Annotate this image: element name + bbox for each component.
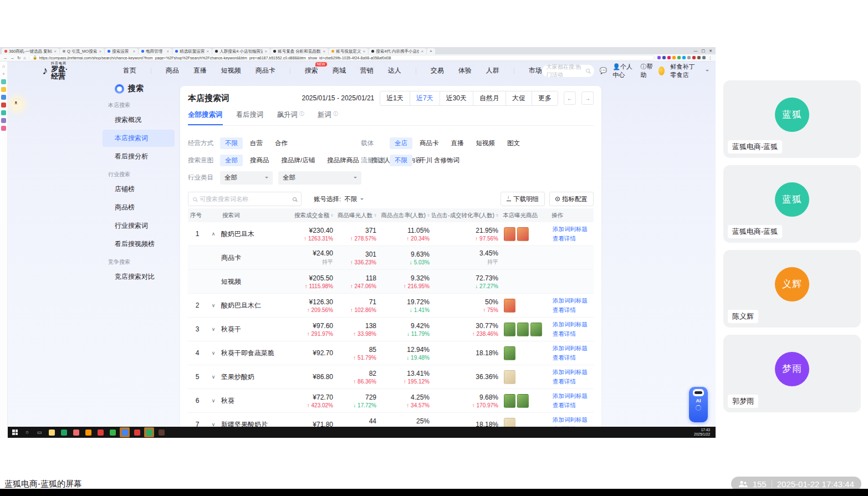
view-detail-link[interactable]: 查看详情 (553, 306, 594, 314)
category-select[interactable]: 全部 (220, 171, 273, 185)
taskbar-button-wechat[interactable] (144, 427, 154, 437)
tab-close-icon[interactable]: ✕ (166, 49, 169, 53)
taskbar-button-notes[interactable] (108, 427, 118, 437)
product-thumbnail[interactable] (517, 323, 529, 336)
nav-item-商品[interactable]: 商品 (166, 66, 179, 75)
expand-toggle[interactable]: ∨ (207, 398, 220, 403)
extension-icon[interactable] (702, 56, 706, 59)
sort-icon[interactable] (496, 213, 498, 218)
sidebar-item[interactable]: 本店搜索词 (103, 130, 175, 147)
sidebar-item[interactable]: 搜索概况 (103, 111, 175, 129)
filter-chip[interactable]: 全店 (390, 137, 412, 149)
filter-chip[interactable]: 搜品牌商品 (322, 155, 364, 166)
filter-chip[interactable]: 不限 (390, 155, 412, 166)
taskbar-button-app-red[interactable] (71, 427, 81, 437)
column-header[interactable]: 搜索成交金额 (282, 212, 335, 219)
product-thumbnail[interactable] (517, 227, 529, 241)
shop-avatar[interactable] (658, 67, 665, 75)
filter-chip[interactable]: 全部 (220, 155, 243, 166)
sidebar-item[interactable]: 商品榜 (103, 199, 175, 216)
sort-icon[interactable] (374, 213, 376, 218)
taskbar-button-start[interactable] (10, 427, 20, 437)
add-word-to-title-link[interactable]: 添加词到标题 (553, 392, 594, 400)
product-thumbnail[interactable] (504, 299, 515, 313)
browser-tab[interactable]: 电商管理✕ (139, 48, 172, 54)
filter-chip[interactable]: 图文 (502, 137, 525, 149)
sidebar-app-icon[interactable] (1, 79, 6, 84)
tab-close-icon[interactable]: ✕ (264, 49, 267, 53)
expand-toggle[interactable]: ∨ (207, 350, 220, 356)
participant-tile[interactable]: 蓝狐 蓝狐电商-蓝狐 (723, 80, 861, 158)
tab-close-icon[interactable]: ✕ (323, 49, 325, 53)
tab-close-icon[interactable]: ✕ (421, 49, 423, 53)
filter-chip[interactable]: 合作 (270, 137, 293, 149)
browser-tab[interactable]: 搜索运营✕ (105, 48, 138, 54)
tab-close-icon[interactable]: ✕ (54, 49, 57, 53)
taskbar-button-explorer[interactable] (47, 427, 57, 437)
nav-item-首页[interactable]: 首页 (123, 66, 136, 75)
participant-tile[interactable]: 梦雨 郭梦雨 (723, 335, 861, 412)
panel-tab[interactable]: 飙升词ⓘ (277, 110, 305, 125)
sidebar-item[interactable]: 店铺榜 (103, 181, 175, 198)
taskbar-button-taskview[interactable]: ▭ (34, 427, 44, 437)
view-detail-link[interactable]: 查看详情 (553, 235, 594, 243)
extension-icon[interactable] (667, 56, 671, 59)
sidebar-item[interactable]: 行业搜索词 (103, 217, 175, 234)
home-small-icon[interactable]: ⌂ (2, 64, 5, 69)
window-control[interactable]: ▢ (702, 49, 706, 53)
sidebar-app-icon[interactable] (1, 95, 6, 100)
expand-toggle[interactable]: ∨ (207, 326, 220, 332)
account-select[interactable]: 账号选择: 不限 (314, 195, 364, 203)
url-bar[interactable]: 🔒 https://compass.jinritemai.com/shop/se… (29, 55, 655, 60)
user-center-link[interactable]: 👤个人中心 (612, 63, 635, 79)
browser-tab[interactable]: 账号投放定义✕ (329, 48, 368, 54)
tab-close-icon[interactable]: ✕ (206, 49, 209, 53)
refresh-icon[interactable] (696, 405, 701, 411)
panel-tab[interactable]: 全部搜索词 (188, 110, 223, 125)
taskbar-button-wps[interactable] (95, 427, 105, 437)
taskbar-button-search[interactable]: ○ (22, 427, 32, 437)
range-button-自然月[interactable]: 自然月 (473, 91, 506, 105)
nav-item-达人[interactable]: 达人 (388, 66, 401, 75)
taskbar-button-app-dark[interactable] (156, 427, 166, 437)
extension-icon[interactable] (662, 56, 666, 59)
filter-chip[interactable]: 搜品牌/店铺 (277, 155, 320, 166)
sidebar-app-icon[interactable] (1, 118, 6, 123)
sidebar-app-icon[interactable] (1, 126, 6, 131)
range-button-近30天[interactable]: 近30天 (440, 91, 473, 105)
extension-icon[interactable] (692, 56, 696, 59)
home-icon[interactable]: ⌂ (23, 55, 26, 60)
browser-tab[interactable]: 搜索4代 内容携手小店优化✕ (369, 48, 426, 54)
nav-item-体验[interactable]: 体验 (458, 66, 472, 75)
window-controls[interactable]: —▢✕ (694, 49, 716, 53)
taskbar-button-firefox[interactable] (83, 427, 93, 437)
filter-chip[interactable]: 短视频 (471, 137, 501, 149)
sort-icon[interactable] (331, 213, 333, 218)
extension-icon[interactable] (697, 56, 701, 59)
taskbar-button-wps-2[interactable] (132, 427, 142, 437)
back-icon[interactable]: ← (3, 55, 8, 60)
nav-item-短视频[interactable]: 短视频 (221, 66, 241, 75)
add-icon[interactable]: + (2, 71, 5, 76)
range-button-大促[interactable]: 大促 (506, 91, 532, 105)
add-word-to-title-link[interactable]: 添加词到标题 (553, 416, 594, 424)
panel-tab[interactable]: 看后搜词 (236, 110, 264, 125)
range-button-近7天[interactable]: 近7天 (410, 91, 440, 105)
range-button-更多[interactable]: 更多 (532, 91, 558, 105)
shop-name[interactable]: 鲜食补丁零食店 (670, 63, 700, 79)
column-header[interactable]: 商品点击-成交转化率(人数) (432, 212, 501, 219)
view-detail-link[interactable]: 查看详情 (553, 330, 594, 338)
range-button-近1天[interactable]: 近1天 (380, 91, 410, 105)
nav-item-市场[interactable]: 市场 (529, 66, 542, 75)
add-word-to-title-link[interactable]: 添加词到标题 (553, 321, 594, 329)
keyword-search-input[interactable]: 可搜索搜索词名称 (188, 192, 302, 206)
extension-icon[interactable] (682, 56, 686, 59)
browser-tab[interactable]: 精选联盟运营✕ (172, 48, 212, 54)
filter-chip[interactable]: 直播 (446, 137, 469, 149)
product-thumbnail[interactable] (504, 394, 515, 408)
filter-chip[interactable]: 商品卡 (415, 137, 444, 149)
nav-item-营销[interactable]: 营销 (360, 66, 374, 75)
add-word-to-title-link[interactable]: 添加词到标题 (553, 369, 594, 376)
window-control[interactable]: ✕ (709, 49, 712, 53)
add-word-to-title-link[interactable]: 添加词到标题 (553, 345, 594, 352)
